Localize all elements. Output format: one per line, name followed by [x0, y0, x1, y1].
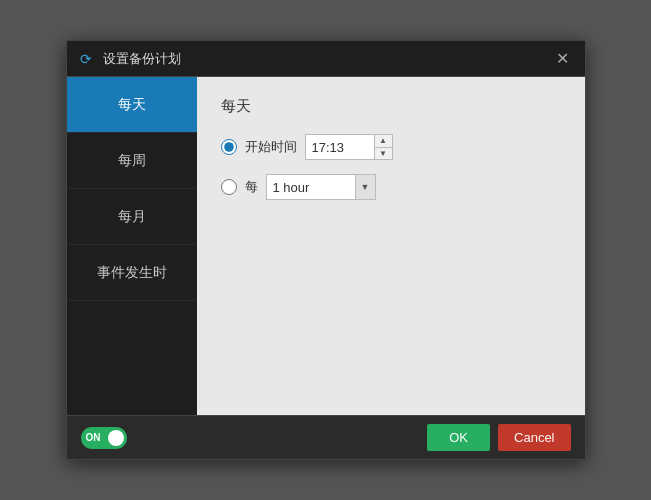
every-row: 每 1 hour 2 hours 4 hours 6 hours 12 hour… — [221, 174, 561, 200]
start-time-label: 开始时间 — [245, 138, 297, 156]
sidebar-label-weekly: 每周 — [118, 152, 146, 170]
start-time-radio[interactable] — [221, 139, 237, 155]
sidebar-label-monthly: 每月 — [118, 208, 146, 226]
every-label: 每 — [245, 178, 258, 196]
every-dropdown-wrapper: 1 hour 2 hours 4 hours 6 hours 12 hours … — [266, 174, 376, 200]
time-spinner: ▲ ▼ — [374, 135, 392, 159]
sidebar: 每天 每周 每月 事件发生时 — [67, 77, 197, 415]
time-input[interactable] — [306, 135, 374, 159]
ok-button[interactable]: OK — [427, 424, 490, 451]
dialog-footer: ON OK Cancel — [67, 415, 585, 459]
dropdown-arrow-icon: ▼ — [355, 175, 375, 199]
dialog-title: 设置备份计划 — [103, 50, 551, 68]
time-up-button[interactable]: ▲ — [375, 135, 392, 148]
title-bar: ⟳ 设置备份计划 ✕ — [67, 41, 585, 77]
close-button[interactable]: ✕ — [551, 47, 575, 71]
sidebar-label-event: 事件发生时 — [97, 264, 167, 282]
sidebar-item-weekly[interactable]: 每周 — [67, 133, 197, 189]
backup-schedule-dialog: ⟳ 设置备份计划 ✕ 每天 每周 每月 事件发生时 每天 开 — [66, 40, 586, 460]
settings-icon: ⟳ — [77, 50, 95, 68]
time-input-wrapper: ▲ ▼ — [305, 134, 393, 160]
sidebar-item-event[interactable]: 事件发生时 — [67, 245, 197, 301]
time-down-button[interactable]: ▼ — [375, 148, 392, 160]
section-title: 每天 — [221, 97, 561, 116]
every-dropdown[interactable]: 1 hour 2 hours 4 hours 6 hours 12 hours — [267, 180, 355, 195]
toggle-thumb — [108, 430, 124, 446]
start-time-row: 开始时间 ▲ ▼ — [221, 134, 561, 160]
footer-buttons: OK Cancel — [427, 424, 570, 451]
toggle-wrapper[interactable]: ON — [81, 427, 127, 449]
sidebar-item-monthly[interactable]: 每月 — [67, 189, 197, 245]
sidebar-label-daily: 每天 — [118, 96, 146, 114]
toggle-track[interactable]: ON — [81, 427, 127, 449]
sidebar-item-daily[interactable]: 每天 — [67, 77, 197, 133]
dialog-body: 每天 每周 每月 事件发生时 每天 开始时间 ▲ — [67, 77, 585, 415]
toggle-label: ON — [86, 432, 101, 443]
content-area: 每天 开始时间 ▲ ▼ 每 1 hour — [197, 77, 585, 415]
every-radio[interactable] — [221, 179, 237, 195]
cancel-button[interactable]: Cancel — [498, 424, 570, 451]
